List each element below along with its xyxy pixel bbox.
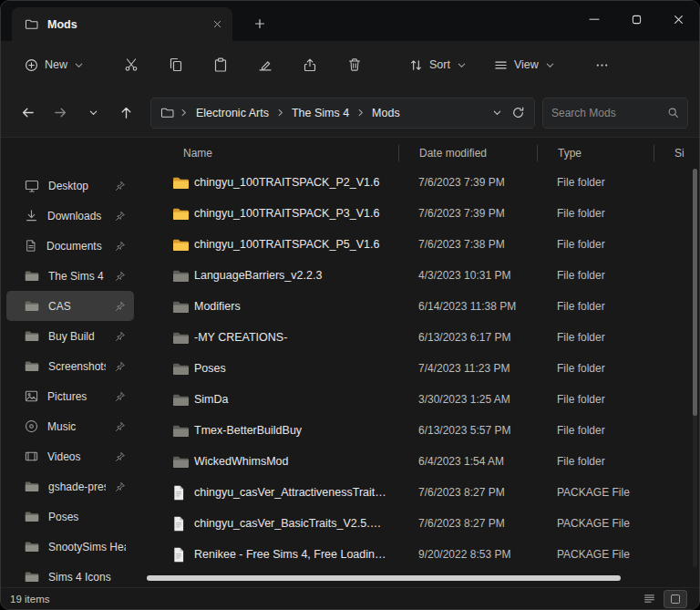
sidebar: DesktopDownloadsDocumentsThe Sims 4CASBu… bbox=[1, 138, 139, 587]
content-area: DesktopDownloadsDocumentsThe Sims 4CASBu… bbox=[1, 138, 699, 587]
file-row[interactable]: -MY CREATIONS-6/13/2023 6:17 PMFile fold… bbox=[139, 322, 690, 353]
new-button[interactable]: New bbox=[15, 52, 93, 78]
file-name: chingyu_casVer_BasicTraits_V2.5.package bbox=[192, 517, 398, 530]
column-header-name[interactable]: Name bbox=[172, 145, 398, 161]
search-input[interactable] bbox=[551, 107, 662, 119]
file-icon bbox=[172, 485, 192, 501]
file-type: File folder bbox=[537, 176, 654, 189]
cut-button[interactable] bbox=[113, 51, 149, 78]
recent-locations-button[interactable] bbox=[77, 98, 108, 129]
sidebar-item-gshade-prese[interactable]: gshade-prese bbox=[6, 471, 134, 501]
sidebar-item-downloads[interactable]: Downloads bbox=[6, 201, 134, 231]
address-bar: Electronic ArtsThe Sims 4Mods bbox=[1, 88, 699, 138]
large-icons-view-button[interactable] bbox=[664, 591, 686, 607]
folder-icon bbox=[25, 571, 39, 583]
chevron-down-icon bbox=[74, 60, 84, 70]
sidebar-item-pictures[interactable]: Pictures bbox=[6, 381, 134, 411]
sidebar-item-label: SnootySims Hea bbox=[48, 541, 126, 553]
new-plus-icon bbox=[25, 58, 38, 72]
file-row[interactable]: WickedWhimsMod6/4/2023 1:54 AMFile folde… bbox=[139, 446, 690, 477]
folder-dim-icon bbox=[172, 300, 192, 314]
tab-close-icon[interactable] bbox=[210, 16, 225, 32]
pin-icon bbox=[115, 451, 126, 462]
sidebar-item-desktop[interactable]: Desktop bbox=[6, 171, 134, 201]
folder-icon bbox=[25, 270, 39, 282]
file-row[interactable]: chingyu_100TRAITSPACK_P2_V1.67/6/2023 7:… bbox=[139, 167, 690, 198]
close-button[interactable] bbox=[657, 1, 699, 37]
sidebar-item-music[interactable]: Music bbox=[6, 411, 134, 441]
pin-icon bbox=[115, 391, 126, 402]
more-options-button[interactable] bbox=[584, 52, 621, 78]
pin-icon bbox=[115, 481, 126, 492]
share-button[interactable] bbox=[292, 51, 328, 78]
file-row[interactable]: Poses7/4/2023 11:23 PMFile folder bbox=[139, 353, 690, 384]
refresh-icon[interactable] bbox=[511, 106, 525, 119]
tab-title: Mods bbox=[47, 18, 201, 31]
sidebar-item-documents[interactable]: Documents bbox=[6, 231, 134, 261]
view-button[interactable]: View bbox=[485, 52, 564, 78]
items-count: 19 items bbox=[10, 594, 49, 605]
file-row[interactable]: LanguageBarriers_v2.2.34/3/2023 10:31 PM… bbox=[139, 260, 690, 291]
paste-button[interactable] bbox=[202, 51, 239, 78]
new-tab-button[interactable] bbox=[251, 15, 269, 33]
folder-yellow-icon bbox=[172, 176, 192, 190]
details-view-button[interactable] bbox=[638, 591, 660, 607]
breadcrumb: Electronic ArtsThe Sims 4Mods bbox=[190, 103, 407, 123]
chevron-right-icon bbox=[355, 108, 365, 118]
sidebar-item-buy-build[interactable]: Buy Build bbox=[6, 321, 134, 351]
file-name: chingyu_casVer_AttractivenessTraits_V2.5… bbox=[192, 486, 398, 499]
file-row[interactable]: Tmex-BetterBuildBuy6/13/2023 5:57 PMFile… bbox=[139, 415, 690, 446]
title-bar: Mods bbox=[1, 1, 699, 41]
chevron-right-icon bbox=[275, 108, 285, 118]
file-icon bbox=[172, 516, 192, 532]
pin-icon bbox=[115, 241, 126, 252]
sidebar-item-snootysims-hea[interactable]: SnootySims Hea bbox=[6, 532, 134, 562]
column-header-date-modified[interactable]: Date modified bbox=[398, 145, 537, 161]
chevron-down-icon bbox=[545, 60, 555, 70]
sidebar-item-cas[interactable]: CAS bbox=[6, 291, 134, 321]
tab-mods[interactable]: Mods bbox=[12, 7, 232, 41]
file-row[interactable]: chingyu_casVer_AttractivenessTraits_V2.5… bbox=[139, 477, 690, 508]
address-dropdown-icon[interactable] bbox=[492, 108, 502, 118]
vertical-scrollbar[interactable] bbox=[693, 169, 697, 567]
file-type: PACKAGE File bbox=[537, 548, 654, 561]
file-row[interactable]: SimDa3/30/2023 1:25 AMFile folder bbox=[139, 384, 690, 415]
pin-icon bbox=[115, 181, 126, 191]
search-box[interactable] bbox=[542, 98, 688, 129]
sidebar-item-label: gshade-prese bbox=[48, 481, 106, 493]
file-row[interactable]: Renikee - Free Sims 4, Free Loading Scre… bbox=[139, 539, 690, 570]
address-box[interactable]: Electronic ArtsThe Sims 4Mods bbox=[150, 98, 535, 129]
forward-button[interactable] bbox=[45, 98, 76, 129]
sidebar-item-the-sims-4[interactable]: The Sims 4 bbox=[6, 261, 134, 291]
breadcrumb-item[interactable]: Electronic Arts bbox=[190, 103, 275, 123]
column-header-type[interactable]: Type bbox=[537, 145, 654, 161]
rename-button[interactable] bbox=[247, 51, 283, 78]
file-row[interactable]: Modifiers6/14/2023 11:38 PMFile folder bbox=[139, 291, 690, 322]
tab-folder-icon bbox=[25, 18, 38, 30]
back-button[interactable] bbox=[12, 98, 43, 129]
sort-button[interactable]: Sort bbox=[400, 52, 476, 78]
maximize-button[interactable] bbox=[615, 1, 657, 37]
horizontal-scrollbar[interactable] bbox=[147, 575, 621, 581]
sidebar-item-screenshots[interactable]: Screenshots bbox=[6, 351, 134, 381]
folder-icon bbox=[25, 481, 39, 492]
file-date-modified: 6/13/2023 5:57 PM bbox=[398, 424, 537, 437]
delete-button[interactable] bbox=[336, 51, 373, 78]
sidebar-item-sims-4-icons[interactable]: Sims 4 Icons bbox=[6, 562, 134, 587]
file-row[interactable]: chingyu_casVer_BasicTraits_V2.5.package7… bbox=[139, 508, 690, 539]
up-button[interactable] bbox=[110, 98, 141, 129]
pin-icon bbox=[115, 331, 126, 342]
minimize-button[interactable] bbox=[573, 1, 615, 37]
scrollbar-thumb[interactable] bbox=[693, 169, 697, 416]
sidebar-item-videos[interactable]: Videos bbox=[6, 441, 134, 471]
breadcrumb-item[interactable]: The Sims 4 bbox=[285, 103, 355, 123]
column-header-si[interactable]: Si bbox=[654, 145, 690, 161]
file-row[interactable]: chingyu_100TRAITSPACK_P5_V1.67/6/2023 7:… bbox=[139, 229, 690, 260]
file-name: WickedWhimsMod bbox=[192, 455, 398, 468]
breadcrumb-item[interactable]: Mods bbox=[365, 103, 407, 123]
copy-button[interactable] bbox=[158, 51, 194, 78]
file-row[interactable]: chingyu_100TRAITSPACK_P3_V1.67/6/2023 7:… bbox=[139, 198, 690, 229]
sidebar-item-poses[interactable]: Poses bbox=[6, 501, 134, 532]
status-bar: 19 items bbox=[1, 587, 699, 609]
file-type: File folder bbox=[537, 207, 654, 220]
